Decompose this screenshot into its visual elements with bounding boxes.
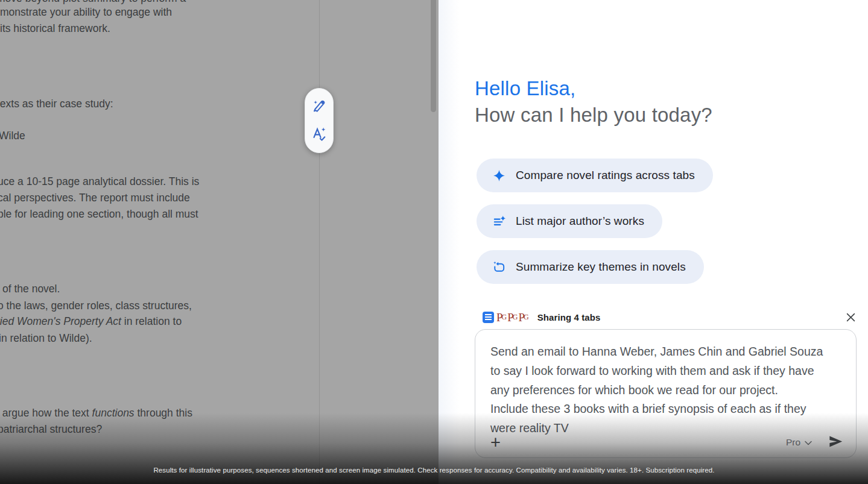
gemini-panel: Hello Elisa, How can I help you today? C… xyxy=(439,0,868,484)
document-line: texts as their case study: xyxy=(0,96,113,112)
document-line: Wilde xyxy=(0,128,25,144)
suggestion-chip-label: List major author’s works xyxy=(516,215,644,228)
writing-tools-toolbar xyxy=(305,88,334,153)
document-preview: move beyond plot summary to perform amon… xyxy=(0,0,439,484)
greeting-question: How can I help you today? xyxy=(475,102,712,128)
greeting: Hello Elisa, How can I help you today? xyxy=(475,75,712,128)
suggestion-chip-compare-ratings[interactable]: Compare novel ratings across tabs xyxy=(477,159,713,192)
prompt-line: any preferences for which book we read f… xyxy=(490,381,844,400)
model-selector[interactable]: Pro xyxy=(786,437,812,448)
prompt-composer[interactable]: Send an email to Hanna Weber, James Chin… xyxy=(475,329,857,458)
suggestion-chip-label: Summarize key themes in novels xyxy=(516,260,686,274)
document-line: patriarchal structures? xyxy=(0,421,102,438)
composer-toolbar: + Pro xyxy=(490,432,845,453)
document-line: monstrate your ability to engage with xyxy=(0,4,172,20)
refresh-sparkle-icon xyxy=(492,260,506,274)
prompt-line: to say I look forward to working with th… xyxy=(490,362,844,381)
suggestion-chip-summarize-themes[interactable]: Summarize key themes in novels xyxy=(477,250,704,284)
suggestion-chip-label: Compare novel ratings across tabs xyxy=(516,169,695,182)
document-line: uce a 10-15 page analytical dossier. Thi… xyxy=(0,174,199,190)
scrollbar-thumb[interactable] xyxy=(431,0,436,112)
document-line: ried Women's Property Act in relation to xyxy=(0,313,182,330)
document-line: of the novel. xyxy=(2,281,60,297)
prompt-line: Send an email to Hanna Weber, James Chin… xyxy=(490,342,844,362)
document-line: ble for leading one section, though all … xyxy=(0,206,198,222)
gutenberg-favicon: PG xyxy=(496,312,507,323)
disclaimer-text: Results for illustrative purposes, seque… xyxy=(0,467,868,474)
chevron-down-icon xyxy=(805,437,812,448)
document-line: in relation to Wilde). xyxy=(0,330,92,347)
sharing-context-bar: PG PG PG Sharing 4 tabs xyxy=(483,308,858,326)
document-line: cal perspectives. The report must includ… xyxy=(0,190,190,206)
suggestion-chips: Compare novel ratings across tabs List m… xyxy=(477,159,713,284)
greeting-name: Hello Elisa, xyxy=(475,75,712,102)
send-icon xyxy=(828,433,844,451)
google-docs-favicon xyxy=(483,312,494,323)
list-sparkle-icon xyxy=(492,214,506,228)
help-me-write-icon xyxy=(311,98,327,115)
screen: move beyond plot summary to perform amon… xyxy=(0,0,868,484)
gutenberg-favicon: PG xyxy=(519,312,529,323)
document-line: o the laws, gender roles, class structur… xyxy=(0,298,192,314)
prompt-line: Include these 3 books with a brief synop… xyxy=(490,400,844,419)
prompt-input[interactable]: Send an email to Hanna Weber, James Chin… xyxy=(475,330,856,438)
document-line: ; argue how the text functions through t… xyxy=(0,405,192,421)
model-selector-label: Pro xyxy=(786,437,800,448)
suggestion-chip-list-works[interactable]: List major author’s works xyxy=(477,204,662,238)
gutenberg-favicon: PG xyxy=(507,312,518,323)
proofread-icon xyxy=(311,126,327,143)
add-attachment-button[interactable]: + xyxy=(490,433,501,451)
sparkle-icon xyxy=(492,168,506,183)
send-button[interactable] xyxy=(826,432,845,453)
help-me-write-button[interactable] xyxy=(309,96,329,117)
document-line: its historical framework. xyxy=(0,20,110,37)
page-edge-divider xyxy=(319,0,320,484)
sharing-label: Sharing 4 tabs xyxy=(537,312,601,322)
close-icon[interactable] xyxy=(843,310,858,324)
proofread-button[interactable] xyxy=(309,124,329,145)
